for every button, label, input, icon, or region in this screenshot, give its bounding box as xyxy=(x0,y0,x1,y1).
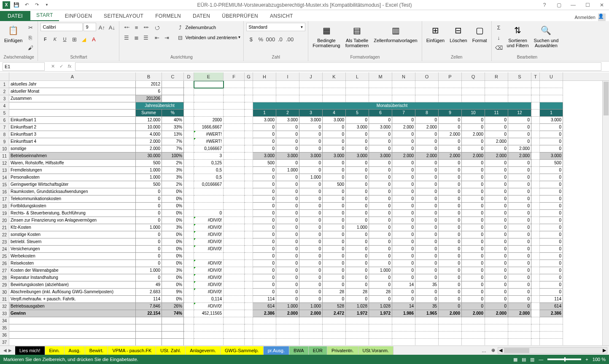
tab-formulas[interactable]: FORMELN xyxy=(149,11,187,21)
cell[interactable]: 0 xyxy=(485,289,508,296)
cell[interactable]: 0 xyxy=(323,145,346,153)
tab-view[interactable]: ANSICHT xyxy=(264,11,299,21)
cell[interactable]: 1.972 xyxy=(346,310,369,317)
cell[interactable]: 0 xyxy=(136,210,162,217)
cell[interactable]: 0 xyxy=(439,303,462,310)
vertical-scrollbar[interactable] xyxy=(602,81,609,345)
cell[interactable]: 0 xyxy=(276,131,299,138)
cell[interactable] xyxy=(369,339,392,345)
cell[interactable]: 0 xyxy=(540,124,563,131)
sheet-tab[interactable]: Bewirt. xyxy=(85,346,108,355)
cell[interactable]: 0,5 xyxy=(194,167,224,174)
dec-indent-icon[interactable]: ⇤ xyxy=(152,33,162,42)
cell[interactable]: 0 xyxy=(439,253,462,260)
cell[interactable] xyxy=(531,296,540,303)
cell[interactable] xyxy=(224,117,245,124)
cell[interactable]: Kosten der Warenabgabe xyxy=(9,267,136,274)
cell[interactable] xyxy=(245,181,253,188)
cell[interactable]: 0 xyxy=(136,195,162,203)
cell[interactable]: 0 xyxy=(439,238,462,246)
as-table-button[interactable]: ▤ Als Tabelle formatieren xyxy=(344,23,371,49)
cell[interactable]: #DIV/0! xyxy=(194,231,224,238)
cell[interactable] xyxy=(531,138,540,145)
cell[interactable]: 0 xyxy=(253,281,276,289)
row-header[interactable]: 9 xyxy=(0,138,9,145)
cell[interactable]: 0 xyxy=(508,203,531,210)
cell[interactable]: 0 xyxy=(346,117,369,124)
cell[interactable]: 0 xyxy=(276,160,299,167)
cell[interactable]: 1.028 xyxy=(346,303,369,310)
format-cells-button[interactable]: ▢ Format xyxy=(471,23,489,44)
cell[interactable] xyxy=(9,324,136,332)
cell[interactable] xyxy=(224,203,245,210)
cell[interactable] xyxy=(184,203,194,210)
cell[interactable] xyxy=(531,210,540,217)
cell[interactable]: 8 xyxy=(415,110,439,117)
cell[interactable]: 3.000 xyxy=(276,153,299,160)
cell[interactable] xyxy=(253,95,276,102)
col-header-I[interactable]: I xyxy=(276,72,299,80)
cell[interactable] xyxy=(299,95,323,102)
row-header[interactable]: 14 xyxy=(0,174,9,181)
cell[interactable]: 35 xyxy=(415,303,439,310)
cell[interactable]: 0 xyxy=(369,188,392,195)
tab-pagelayout[interactable]: SEITENLAYOUT xyxy=(98,11,149,21)
row-header[interactable]: 6 xyxy=(0,117,9,124)
cell[interactable] xyxy=(392,88,415,95)
cell[interactable]: 2.000 xyxy=(439,310,462,317)
cell[interactable]: 0 xyxy=(346,145,369,153)
cell[interactable] xyxy=(531,224,540,231)
cell[interactable] xyxy=(184,267,194,274)
cell[interactable] xyxy=(184,324,194,332)
cell[interactable] xyxy=(439,332,462,339)
cell[interactable]: 0 xyxy=(485,181,508,188)
cell[interactable]: 2.000 xyxy=(136,145,162,153)
cell[interactable]: 30.000 xyxy=(136,153,162,160)
cell[interactable]: 0 xyxy=(540,217,563,224)
cell[interactable]: #DIV/0! xyxy=(194,303,224,310)
cell[interactable]: 0 xyxy=(299,238,323,246)
cell[interactable]: 9 xyxy=(439,110,462,117)
cell[interactable]: 3.000 xyxy=(369,124,392,131)
cell[interactable]: Reisekosten xyxy=(9,260,136,267)
cell[interactable] xyxy=(415,81,439,88)
row-header[interactable]: 10 xyxy=(0,145,9,153)
cell[interactable] xyxy=(194,110,224,117)
cell[interactable] xyxy=(346,339,369,345)
cell[interactable] xyxy=(245,324,253,332)
cell[interactable]: 0 xyxy=(485,117,508,124)
row-header[interactable]: 21 xyxy=(0,224,9,231)
cell[interactable]: 0 xyxy=(369,210,392,217)
cell[interactable] xyxy=(162,95,184,102)
cell[interactable] xyxy=(508,88,531,95)
cell[interactable]: 2.000 xyxy=(136,138,162,145)
cell[interactable]: 0 xyxy=(392,231,415,238)
cell[interactable]: 0 xyxy=(439,145,462,153)
cell[interactable]: 4.000 xyxy=(136,131,162,138)
cell[interactable]: 0 xyxy=(323,195,346,203)
cell[interactable] xyxy=(184,145,194,153)
cell[interactable]: 0 xyxy=(415,238,439,246)
cell[interactable] xyxy=(540,339,563,345)
cell[interactable]: 0% xyxy=(162,274,184,281)
cell[interactable]: 0 xyxy=(323,246,346,253)
cell[interactable]: 0 xyxy=(439,181,462,188)
cell[interactable] xyxy=(531,289,540,296)
cell[interactable]: 0 xyxy=(540,181,563,188)
cell[interactable]: 3.000 xyxy=(276,117,299,124)
cell[interactable] xyxy=(9,339,136,345)
cell[interactable] xyxy=(276,95,299,102)
cell[interactable]: 0 xyxy=(439,246,462,253)
row-header[interactable]: 36 xyxy=(0,332,9,339)
cell[interactable] xyxy=(508,324,531,332)
cell[interactable]: 0 xyxy=(439,117,462,124)
cell[interactable] xyxy=(276,88,299,95)
cell[interactable]: 0 xyxy=(540,188,563,195)
cell[interactable]: 0 xyxy=(299,260,323,267)
cell[interactable]: 0 xyxy=(462,231,485,238)
cell[interactable] xyxy=(462,95,485,102)
cell[interactable] xyxy=(369,81,392,88)
cell[interactable] xyxy=(136,339,162,345)
cell[interactable]: 0 xyxy=(392,289,415,296)
cell[interactable]: 0 xyxy=(323,231,346,238)
